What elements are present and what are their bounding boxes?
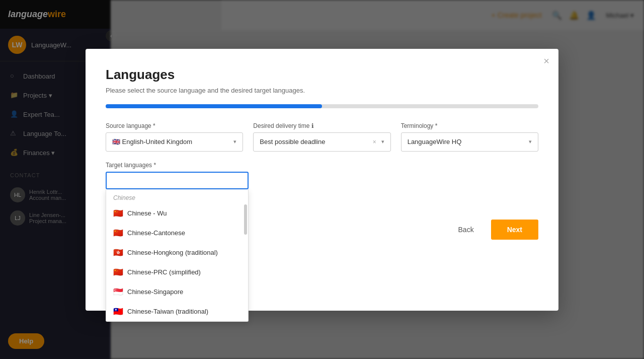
- terminology-group: Terminology * LanguageWire HQ ▾: [401, 122, 538, 152]
- source-language-value: 🇬🇧 English-United Kingdom: [112, 138, 192, 146]
- terminology-select[interactable]: LanguageWire HQ ▾: [401, 132, 538, 152]
- back-button[interactable]: Back: [448, 221, 484, 239]
- dropdown-item-chinese-wu[interactable]: 🇨🇳 Chinese - Wu: [106, 203, 248, 223]
- modal-title: Languages: [106, 67, 538, 83]
- dropdown-item-taiwan[interactable]: 🇹🇼 Chinese-Taiwan (traditional): [106, 302, 248, 321]
- flag-singapore: 🇸🇬: [113, 287, 123, 297]
- dropdown-item-label: Chinese-Taiwan (traditional): [127, 308, 208, 315]
- dropdown-item-cantonese[interactable]: 🇨🇳 Chinese-Cantonese: [106, 223, 248, 243]
- language-dropdown: Chinese 🇨🇳 Chinese - Wu 🇨🇳 Chinese-Canto…: [106, 189, 249, 322]
- flag-taiwan: 🇹🇼: [113, 307, 123, 316]
- target-input-wrap: Chinese 🇨🇳 Chinese - Wu 🇨🇳 Chinese-Canto…: [106, 172, 538, 189]
- terminology-chevron-icon: ▾: [529, 138, 532, 145]
- target-languages-label: Target languages *: [106, 162, 538, 169]
- dropdown-item-hongkong[interactable]: 🇭🇰 Chinese-Hongkong (traditional): [106, 243, 248, 262]
- flag-hongkong: 🇭🇰: [113, 248, 123, 257]
- modal-overlay: × Languages Please select the source lan…: [0, 0, 644, 359]
- progress-bar-fill: [106, 104, 322, 108]
- delivery-time-group: Desired delivery time ℹ Best possible de…: [253, 122, 390, 152]
- progress-bar: [106, 104, 538, 108]
- delivery-time-clear-icon[interactable]: ×: [373, 138, 376, 146]
- source-language-select[interactable]: 🇬🇧 English-United Kingdom ▾: [106, 132, 243, 152]
- terminology-label: Terminology *: [401, 122, 538, 129]
- delivery-time-chevron-icon: ▾: [381, 138, 384, 145]
- dropdown-item-label: Chinese-Cantonese: [127, 229, 185, 237]
- source-language-label: Source language *: [106, 122, 243, 129]
- dropdown-category: Chinese: [106, 189, 248, 203]
- dropdown-item-label: Chinese-Hongkong (traditional): [127, 249, 218, 256]
- source-language-chevron-icon: ▾: [233, 138, 236, 145]
- dropdown-item-singapore[interactable]: 🇸🇬 Chinese-Singapore: [106, 282, 248, 302]
- flag-prc: 🇨🇳: [113, 267, 123, 277]
- languages-modal: × Languages Please select the source lan…: [86, 49, 558, 311]
- delivery-time-select[interactable]: Best possible deadline × ▾: [253, 132, 390, 152]
- source-language-group: Source language * 🇬🇧 English-United King…: [106, 122, 243, 152]
- delivery-time-value: Best possible deadline: [260, 138, 325, 146]
- modal-close-button[interactable]: ×: [543, 56, 549, 66]
- dropdown-item-label: Chinese-PRC (simplified): [127, 268, 201, 276]
- target-languages-section: Target languages * Chinese 🇨🇳 Chinese - …: [106, 162, 538, 189]
- dropdown-item-label: Chinese - Wu: [127, 209, 167, 217]
- dropdown-scrollbar[interactable]: [244, 204, 247, 235]
- terminology-value: LanguageWire HQ: [408, 138, 462, 146]
- delivery-time-label: Desired delivery time ℹ: [253, 122, 390, 129]
- dropdown-item-prc[interactable]: 🇨🇳 Chinese-PRC (simplified): [106, 262, 248, 282]
- modal-subtitle: Please select the source language and th…: [106, 87, 538, 94]
- flag-cantonese: 🇨🇳: [113, 228, 123, 238]
- dropdown-item-label: Chinese-Singapore: [127, 288, 183, 296]
- form-row-top: Source language * 🇬🇧 English-United King…: [106, 122, 538, 152]
- flag-chinese-wu: 🇨🇳: [113, 208, 123, 218]
- target-languages-input[interactable]: [106, 172, 249, 189]
- next-button[interactable]: Next: [491, 220, 538, 240]
